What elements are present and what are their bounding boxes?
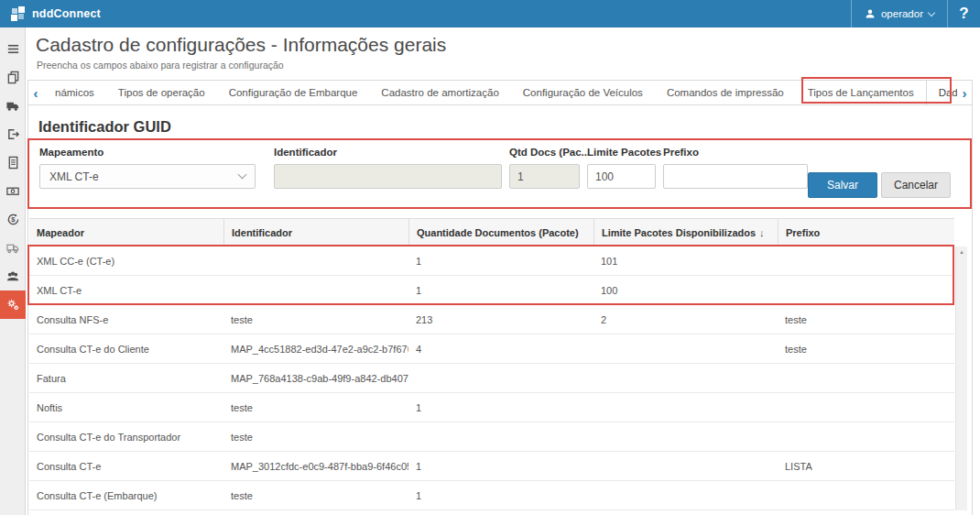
- tab-comandos-de-impress-o[interactable]: Comandos de impressão: [655, 81, 796, 104]
- column-header[interactable]: Quantidade Documentos (Pacote): [408, 219, 593, 246]
- sidebar-item-delivery[interactable]: [0, 234, 26, 262]
- identificador-label: Identificador: [274, 147, 502, 159]
- table-cell: [223, 247, 408, 275]
- table-cell: teste: [223, 481, 408, 510]
- delivery-truck-icon: [5, 241, 20, 255]
- user-menu[interactable]: operador: [851, 0, 947, 27]
- column-header[interactable]: Prefixo: [778, 219, 954, 246]
- table-cell: MAP_768a4138-c9ab-49f9-a842-db4070d39851: [223, 364, 408, 392]
- table-cell: Consulta CT-e (Embarque): [29, 481, 223, 510]
- help-button[interactable]: ?: [947, 0, 980, 27]
- table-row[interactable]: Consulta CT-e do ClienteMAP_4cc51882-ed3…: [29, 334, 954, 364]
- prefixo-input[interactable]: [663, 164, 808, 189]
- sidebar-item-settings[interactable]: [0, 290, 26, 319]
- content-panel: ‹ námicosTipos de operaçãoConfiguração d…: [27, 80, 973, 515]
- sidebar-item-menu[interactable]: [0, 35, 26, 63]
- table-cell: MAP_3012cfdc-e0c9-487f-bba9-6f46c05bfb70: [223, 452, 408, 480]
- table-cell: [223, 276, 408, 304]
- tab-scroll-left-button[interactable]: ‹: [28, 81, 43, 104]
- table-cell: [593, 364, 778, 392]
- prefixo-label: Prefixo: [663, 147, 808, 159]
- tab-configura-o-de-ve-culos[interactable]: Configuração de Veículos: [511, 81, 655, 104]
- tab-dados-de-mapeamento[interactable]: Dados de Mapeamento: [926, 81, 957, 104]
- sidebar-item-fleet[interactable]: [0, 92, 26, 120]
- table-cell: 1: [408, 276, 593, 304]
- banknote-icon: [5, 184, 20, 198]
- qtd-docs-label: Qtd Docs (Pac...: [509, 147, 580, 159]
- table-cell: [778, 276, 954, 304]
- table-row[interactable]: Consulta CT-e do Transportadorteste: [29, 422, 954, 452]
- column-header[interactable]: Limite Pacotes Disponibilizados↓: [593, 219, 778, 246]
- top-bar: nddConnect operador ?: [0, 0, 980, 27]
- table-cell: Fatura: [29, 364, 223, 392]
- table-cell: [778, 422, 954, 451]
- chevron-down-icon: [928, 8, 935, 16]
- table-cell: [593, 452, 778, 480]
- page-subtitle: Preencha os campos abaixo para registrar…: [37, 60, 980, 71]
- table-cell: [593, 334, 778, 363]
- table-cell: [593, 481, 778, 510]
- table-cell: 100: [593, 276, 778, 304]
- table-row[interactable]: FaturaMAP_768a4138-c9ab-49f9-a842-db4070…: [29, 364, 954, 393]
- table-cell: MAP_4cc51882-ed3d-47e2-a9c2-b7f6762b090a: [223, 334, 408, 363]
- table-body: XML CC-e (CT-e)1101XML CT-e1100Consulta …: [29, 247, 954, 510]
- table-cell: 1: [408, 481, 593, 510]
- tab-configura-o-de-embarque[interactable]: Configuração de Embarque: [217, 81, 370, 104]
- column-header[interactable]: Mapeador: [29, 219, 223, 246]
- app-window: nddConnect operador ?: [0, 0, 980, 515]
- table-scrollbar[interactable]: ▴: [955, 247, 967, 510]
- page-title: Cadastro de configurações - Informações …: [36, 34, 980, 56]
- table-cell: 1: [408, 393, 593, 422]
- sidebar-item-export[interactable]: [0, 120, 26, 148]
- truck-icon: [5, 99, 20, 113]
- tab-n-micos[interactable]: námicos: [43, 81, 106, 104]
- table-cell: 101: [593, 247, 778, 275]
- table-cell: XML CT-e: [29, 276, 223, 304]
- table-row[interactable]: XML CC-e (CT-e)1101: [29, 247, 954, 276]
- sidebar-item-users[interactable]: [0, 262, 26, 290]
- tab-cadastro-de-amortiza-o[interactable]: Cadastro de amortização: [369, 81, 510, 104]
- menu-icon: [6, 42, 20, 56]
- tab-scroll-right-button[interactable]: ›: [957, 81, 972, 104]
- brand[interactable]: nddConnect: [0, 6, 101, 21]
- sidebar-item-financial-sync[interactable]: $: [0, 205, 26, 234]
- qtd-docs-input[interactable]: [509, 164, 580, 189]
- section-title: Identificador GUID: [38, 118, 972, 136]
- sort-descending-icon: ↓: [759, 227, 765, 238]
- sidebar-item-documents[interactable]: [0, 63, 26, 92]
- table-cell: 2: [593, 305, 778, 334]
- sidebar-item-document[interactable]: [0, 148, 26, 177]
- tab-tipos-de-lan-amentos[interactable]: Tipos de Lançamentos: [796, 81, 926, 104]
- table-row[interactable]: Consulta CT-eMAP_3012cfdc-e0c9-487f-bba9…: [29, 452, 954, 481]
- scroll-up-icon[interactable]: ▴: [956, 247, 967, 258]
- mapeamento-select[interactable]: XML CT-e: [39, 164, 256, 189]
- identificador-input[interactable]: [274, 164, 502, 189]
- table-row[interactable]: Consulta NFS-eteste2132teste: [29, 305, 954, 334]
- column-header[interactable]: Identificador: [223, 219, 408, 246]
- mapeamento-label: Mapeamento: [39, 147, 256, 159]
- currency-sync-icon: $: [6, 213, 20, 226]
- nddconnect-logo-icon: [11, 6, 26, 21]
- tab-tipos-de-opera-o[interactable]: Tipos de operação: [106, 81, 217, 104]
- table-header: MapeadorIdentificadorQuantidade Document…: [29, 218, 954, 247]
- table-cell: [778, 247, 954, 275]
- table-cell: [408, 422, 593, 451]
- table-row[interactable]: Consulta CT-e (Embarque)teste1: [29, 481, 954, 510]
- table-cell: Consulta CT-e: [29, 452, 223, 480]
- table-cell: teste: [223, 393, 408, 422]
- tab-list: námicosTipos de operaçãoConfiguração de …: [43, 81, 957, 104]
- sidebar-item-billing[interactable]: [0, 177, 26, 205]
- table-cell: teste: [778, 334, 954, 363]
- cancel-button[interactable]: Cancelar: [881, 172, 951, 198]
- table-cell: Consulta CT-e do Cliente: [29, 334, 223, 363]
- limite-pacotes-input[interactable]: [587, 164, 656, 189]
- settings-gears-icon: [5, 298, 20, 312]
- brand-name: nddConnect: [32, 7, 101, 20]
- save-button[interactable]: Salvar: [808, 172, 877, 198]
- document-icon: [6, 156, 20, 170]
- user-icon: [865, 8, 876, 19]
- sidebar: $: [0, 27, 26, 515]
- table-row[interactable]: Noftisteste1: [29, 393, 954, 422]
- table-row[interactable]: XML CT-e1100: [29, 276, 954, 305]
- table-cell: Consulta CT-e do Transportador: [29, 422, 223, 451]
